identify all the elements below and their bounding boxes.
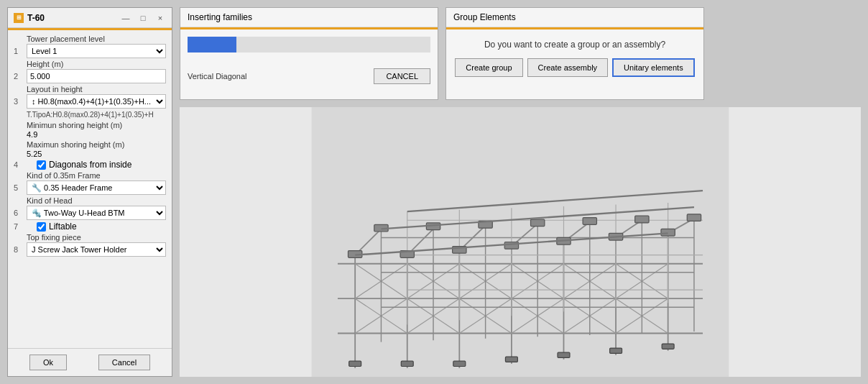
window-title: T-60 [27, 13, 45, 23]
screw-jack-select[interactable]: J Screw Jack Tower Holder [27, 242, 166, 257]
label-kind-035: Kind of 0.35m Frame [14, 171, 166, 180]
inserting-dialog-body [180, 29, 438, 65]
row-header-frame: 5 🔧 0.35 Header Frame [14, 180, 166, 195]
right-top-area: Inserting families Vertical Diagonal CAN… [180, 7, 861, 100]
window-controls: — □ × [120, 14, 166, 22]
progress-container [188, 37, 430, 52]
inserting-cancel-button[interactable]: CANCEL [374, 68, 430, 84]
unitary-elements-button[interactable]: Unitary elements [612, 58, 695, 77]
t60-window: ⊞ T-60 — □ × Tower placement level 1 Lev… [7, 7, 172, 377]
row-num-4: 4 [14, 160, 24, 169]
svg-rect-84 [661, 229, 675, 236]
titlebar: ⊞ T-60 — □ × [8, 8, 172, 28]
title-left: ⊞ T-60 [14, 13, 45, 23]
svg-rect-90 [635, 216, 649, 223]
svg-rect-17 [312, 107, 729, 377]
label-top-fixing: Top fixing piece [14, 233, 166, 242]
layout-select[interactable]: ↕ H0.8(max0.4)+4(1)+1(0.35)+H... [27, 94, 166, 109]
cancel-button[interactable]: Cancel [98, 355, 150, 370]
svg-rect-92 [349, 361, 361, 366]
scaffold-3d-svg [180, 107, 861, 377]
svg-rect-89 [583, 218, 596, 225]
progress-fill [188, 37, 236, 52]
label-min-shoring: Minimun shoring height (m) [14, 121, 166, 129]
label-tower-placement: Tower placement level [14, 35, 166, 43]
svg-rect-98 [662, 344, 674, 349]
diagonals-checkbox-row: Diagonals from inside [27, 160, 131, 170]
row-liftable: 7 Liftable [14, 221, 166, 232]
inserting-dialog-footer: Vertical Diagonal CANCEL [180, 65, 438, 90]
svg-rect-95 [505, 357, 517, 362]
group-elements-dialog: Group Elements Do you want to create a g… [445, 7, 704, 100]
scaffold-3d-area [180, 107, 861, 377]
row-num-8: 8 [14, 245, 24, 254]
liftable-checkbox[interactable] [37, 222, 46, 232]
label-max-shoring: Maximun shoring height (m) [14, 140, 166, 149]
window-content: Tower placement level 1 Level 1 Height (… [8, 30, 172, 348]
row-diagonals: 4 Diagonals from inside [14, 160, 166, 170]
uhead-select[interactable]: 🔩 Two-Way U-Head BTM [27, 206, 166, 220]
svg-rect-97 [610, 348, 622, 353]
form-panel: Tower placement level 1 Level 1 Height (… [8, 30, 172, 348]
create-assembly-button[interactable]: Create assembly [527, 58, 609, 77]
group-question-text: Do you want to create a group or an asse… [453, 40, 696, 50]
height-input[interactable] [27, 69, 166, 83]
row-num-3: 3 [14, 97, 24, 106]
row-uhead: 6 🔩 Two-Way U-Head BTM [14, 206, 166, 220]
app-icon: ⊞ [14, 13, 24, 23]
row-num-5: 5 [14, 183, 24, 192]
min-shoring-value: 4.9 [14, 130, 166, 139]
svg-rect-91 [687, 214, 701, 221]
minimize-button[interactable]: — [120, 14, 131, 22]
close-button[interactable]: × [154, 14, 166, 22]
svg-rect-94 [453, 361, 466, 366]
bottom-buttons: Ok Cancel [8, 348, 172, 376]
group-dialog-footer [446, 84, 703, 99]
row-level: 1 Level 1 [14, 44, 166, 58]
label-layout: Layout in height [14, 85, 166, 93]
svg-rect-96 [558, 352, 570, 357]
group-dialog-title: Group Elements [446, 8, 703, 27]
diagonals-label: Diagonals from inside [49, 160, 131, 170]
layout-formula-text: T.TipoA:H0.8(max0.28)+4(1)+1(0.35)+H [14, 110, 166, 119]
row-height: 2 [14, 69, 166, 83]
group-buttons-row: Create group Create assembly Unitary ele… [453, 58, 696, 77]
row-num-7: 7 [14, 222, 24, 231]
svg-rect-88 [531, 219, 545, 227]
maximize-button[interactable]: □ [137, 14, 149, 22]
row-num-1: 1 [14, 47, 24, 55]
label-height: Height (m) [14, 60, 166, 68]
liftable-checkbox-row: Liftable [27, 221, 77, 232]
row-num-2: 2 [14, 72, 24, 81]
row-num-6: 6 [14, 209, 24, 217]
inserting-dialog-title: Inserting families [180, 8, 438, 27]
create-group-button[interactable]: Create group [455, 58, 522, 77]
ok-button[interactable]: Ok [29, 355, 67, 370]
inserting-families-dialog: Inserting families Vertical Diagonal CAN… [180, 7, 438, 100]
row-screw-jack: 8 J Screw Jack Tower Holder [14, 242, 166, 257]
max-shoring-value: 5.25 [14, 150, 166, 158]
level-select[interactable]: Level 1 [27, 44, 166, 58]
row-layout: 3 ↕ H0.8(max0.4)+4(1)+1(0.35)+H... [14, 94, 166, 109]
liftable-label: Liftable [49, 221, 77, 232]
inserting-status-text: Vertical Diagonal [188, 72, 247, 81]
group-dialog-body: Do you want to create a group or an asse… [446, 29, 703, 84]
label-kind-head: Kind of Head [14, 196, 166, 205]
svg-rect-93 [401, 361, 413, 366]
diagonals-checkbox[interactable] [37, 160, 46, 170]
right-section: Inserting families Vertical Diagonal CAN… [180, 7, 861, 377]
header-frame-select[interactable]: 🔧 0.35 Header Frame [27, 180, 166, 195]
